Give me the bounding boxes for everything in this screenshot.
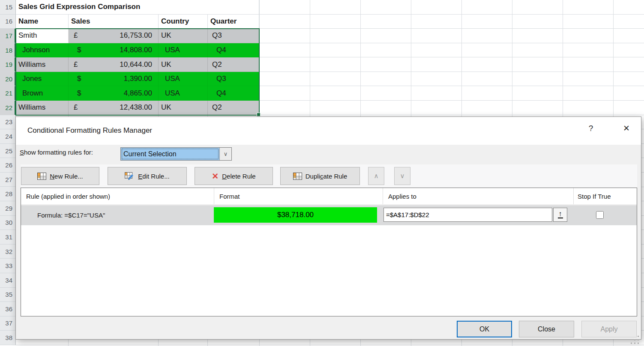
sheet-row-19: 19 Williams £10,644.00 UK Q2 bbox=[0, 57, 259, 72]
cell-sales[interactable]: $1,390.00 bbox=[69, 72, 159, 86]
currency-symbol: £ bbox=[74, 103, 78, 112]
cell-name[interactable]: Jones bbox=[16, 72, 69, 86]
collapse-dialog-icon: ↑ bbox=[558, 211, 562, 217]
row-header-28[interactable]: 28 bbox=[0, 187, 16, 201]
cell-country[interactable]: UK bbox=[159, 57, 208, 72]
row-header-15[interactable]: 15 bbox=[0, 0, 16, 15]
cell-quarter[interactable]: Q2 bbox=[208, 101, 259, 115]
move-rule-down-button[interactable]: ∨ bbox=[394, 167, 410, 185]
cell-quarter[interactable]: Q4 bbox=[208, 86, 259, 101]
lower-row-headers: 23 24 25 26 27 28 29 30 31 32 33 34 35 3… bbox=[0, 115, 16, 345]
edit-rule-label: Edit Rule... bbox=[138, 173, 169, 180]
row-header-37[interactable]: 37 bbox=[0, 316, 16, 331]
col-header-country[interactable]: Country bbox=[159, 15, 208, 29]
rules-for-dropdown[interactable]: Current Selection ∨ bbox=[120, 147, 232, 161]
move-rule-up-button[interactable]: ∧ bbox=[368, 167, 384, 185]
cell-quarter[interactable]: Q3 bbox=[208, 72, 259, 86]
sheet-row-15: 15 Sales Grid Expression Comparison bbox=[0, 0, 259, 15]
rule-column-header: Rule (applied in order shown) bbox=[21, 188, 214, 204]
currency-symbol: £ bbox=[74, 60, 78, 69]
amount: 10,644.00 bbox=[120, 60, 152, 69]
chevron-down-icon[interactable]: ∨ bbox=[219, 148, 231, 160]
apply-button[interactable]: Apply bbox=[581, 321, 637, 337]
row-header-23[interactable]: 23 bbox=[0, 115, 16, 130]
cell-sales[interactable]: $4,865.00 bbox=[69, 86, 159, 101]
amount: 14,808.00 bbox=[120, 46, 152, 54]
row-header-36[interactable]: 36 bbox=[0, 302, 16, 316]
cell-country[interactable]: UK bbox=[159, 29, 208, 43]
sheet-title-cell[interactable]: Sales Grid Expression Comparison bbox=[16, 0, 208, 15]
cell-name[interactable]: Brown bbox=[16, 86, 69, 101]
cell-sales[interactable]: £10,644.00 bbox=[69, 57, 159, 72]
row-header-35[interactable]: 35 bbox=[0, 288, 16, 302]
row-header-20[interactable]: 20 bbox=[0, 72, 16, 86]
sheet-row-22: 22 Williams £12,438.00 UK Q2 bbox=[0, 101, 259, 115]
row-header-34[interactable]: 34 bbox=[0, 273, 16, 288]
table-grid-icon bbox=[293, 173, 302, 180]
cell-quarter[interactable]: Q3 bbox=[208, 29, 259, 43]
cell-sales[interactable]: £16,753.00 bbox=[69, 29, 159, 43]
red-x-icon: ✕ bbox=[212, 172, 219, 180]
row-header-33[interactable]: 33 bbox=[0, 259, 16, 273]
cell-sales[interactable]: $14,808.00 bbox=[69, 43, 159, 58]
row-header-29[interactable]: 29 bbox=[0, 201, 16, 216]
amount: 4,865.00 bbox=[124, 89, 152, 98]
delete-rule-button[interactable]: ✕ Delete Rule bbox=[195, 167, 273, 185]
row-header-26[interactable]: 26 bbox=[0, 158, 16, 173]
duplicate-rule-button[interactable]: Duplicate Rule bbox=[280, 167, 360, 185]
sheet-row-21: 21 Brown $4,865.00 USA Q4 bbox=[0, 86, 259, 101]
col-header-name[interactable]: Name bbox=[16, 15, 69, 29]
cell-name[interactable]: Johnson bbox=[16, 43, 69, 58]
applies-to-column-header: Applies to bbox=[383, 188, 573, 204]
sheet-row-20: 20 Jones $1,390.00 USA Q3 bbox=[0, 72, 259, 86]
collapse-dialog-button[interactable]: ↑ bbox=[553, 208, 567, 222]
sheet-row-18: 18 Johnson $14,808.00 USA Q4 bbox=[0, 43, 259, 58]
row-header-30[interactable]: 30 bbox=[0, 216, 16, 230]
sheet-rows: 15 Sales Grid Expression Comparison 16 N… bbox=[0, 0, 259, 115]
row-header-25[interactable]: 25 bbox=[0, 144, 16, 158]
duplicate-rule-label: Duplicate Rule bbox=[306, 173, 347, 180]
cell-country[interactable]: UK bbox=[159, 101, 208, 115]
row-header-17[interactable]: 17 bbox=[0, 29, 16, 43]
edit-rule-button[interactable]: Edit Rule... bbox=[108, 167, 187, 185]
rule-row[interactable]: Formula: =$C17="USA" $38,718.00 ↑ bbox=[21, 205, 637, 225]
row-header-31[interactable]: 31 bbox=[0, 230, 16, 245]
cell-country[interactable]: USA bbox=[159, 72, 208, 86]
col-header-quarter[interactable]: Quarter bbox=[208, 15, 259, 29]
dialog-titlebar[interactable]: Conditional Formatting Rules Manager ? ✕ bbox=[16, 117, 641, 145]
cell-country[interactable]: USA bbox=[159, 43, 208, 58]
col-header-sales[interactable]: Sales bbox=[69, 15, 159, 29]
sheet-row-17: 17 Smith £16,753.00 UK Q3 bbox=[0, 29, 259, 43]
row-header-32[interactable]: 32 bbox=[0, 245, 16, 259]
rules-for-dropdown-value: Current Selection bbox=[121, 148, 219, 160]
collapse-dialog-icon-bar bbox=[558, 218, 563, 218]
new-rule-button[interactable]: New Rule... bbox=[21, 167, 99, 185]
sheet-row-16: 16 Name Sales Country Quarter bbox=[0, 15, 259, 29]
close-button[interactable]: Close bbox=[519, 321, 574, 337]
row-header-22[interactable]: 22 bbox=[0, 101, 16, 115]
row-header-38[interactable]: 38 bbox=[0, 331, 16, 345]
empty-cell[interactable] bbox=[208, 0, 259, 15]
applies-to-input[interactable] bbox=[383, 208, 552, 222]
cell-quarter[interactable]: Q2 bbox=[208, 57, 259, 72]
row-header-24[interactable]: 24 bbox=[0, 129, 16, 144]
show-formatting-rules-label: Show formatting rules for: bbox=[20, 149, 93, 156]
ok-button[interactable]: OK bbox=[457, 321, 512, 337]
cell-name[interactable]: Williams bbox=[16, 101, 69, 115]
close-icon[interactable]: ✕ bbox=[619, 123, 634, 137]
resize-grip-icon[interactable] bbox=[638, 336, 639, 337]
cell-name[interactable]: Williams bbox=[16, 57, 69, 72]
cell-country[interactable]: USA bbox=[159, 86, 208, 101]
stop-if-true-checkbox[interactable] bbox=[596, 211, 604, 219]
row-header-21[interactable]: 21 bbox=[0, 86, 16, 101]
row-header-27[interactable]: 27 bbox=[0, 173, 16, 187]
applies-to-field-group: ↑ bbox=[383, 208, 567, 222]
cell-name[interactable]: Smith bbox=[16, 29, 69, 43]
cell-sales[interactable]: £12,438.00 bbox=[69, 101, 159, 115]
cell-quarter[interactable]: Q4 bbox=[208, 43, 259, 58]
row-header-18[interactable]: 18 bbox=[0, 43, 16, 58]
row-header-16[interactable]: 16 bbox=[0, 15, 16, 29]
new-rule-label: New Rule... bbox=[50, 173, 83, 180]
row-header-19[interactable]: 19 bbox=[0, 57, 16, 72]
help-icon[interactable]: ? bbox=[585, 124, 597, 137]
